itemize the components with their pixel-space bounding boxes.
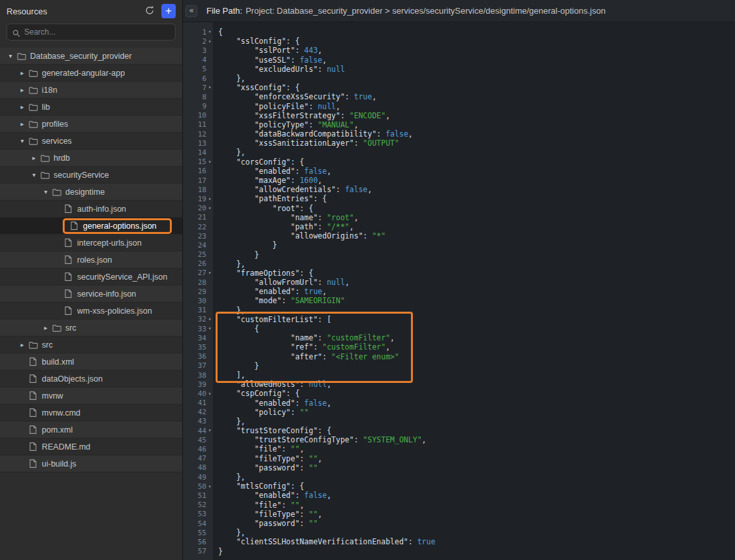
fold-toggle-icon[interactable]: ▾ bbox=[206, 39, 213, 44]
code-line[interactable]: "trustStoreConfigType": "SYSTEM_ONLY", bbox=[218, 435, 735, 444]
code-line[interactable]: "trustStoreConfig": { bbox=[218, 426, 735, 435]
code-line[interactable]: "policy": "" bbox=[218, 408, 735, 417]
code-line[interactable]: "file": "", bbox=[218, 501, 735, 510]
code-line[interactable]: }, bbox=[218, 148, 735, 157]
tree-folder-src[interactable]: ▸src bbox=[0, 320, 182, 337]
fold-toggle-icon[interactable]: ▾ bbox=[206, 391, 213, 397]
code-line[interactable]: "root": { bbox=[218, 204, 735, 213]
code-line[interactable]: "pathEntries": { bbox=[218, 194, 735, 203]
chevron-down-icon[interactable]: ▾ bbox=[41, 188, 51, 195]
chevron-right-icon[interactable]: ▸ bbox=[17, 69, 27, 76]
tree-folder-hrdb[interactable]: ▸hrdb bbox=[0, 150, 182, 167]
code-line[interactable]: "fileType": "", bbox=[218, 454, 735, 463]
fold-toggle-icon[interactable]: ▾ bbox=[206, 484, 213, 489]
code-line[interactable]: "useSSL": false, bbox=[218, 56, 735, 65]
tree-file-securityService_API.json[interactable]: securityService_API.json bbox=[0, 269, 182, 286]
code-line[interactable]: } bbox=[218, 361, 735, 371]
code-line[interactable]: "clientSSLHostNameVerificationEnabled": … bbox=[218, 537, 735, 546]
tree-file-general-options.json[interactable]: general-options.json bbox=[0, 218, 182, 235]
fold-toggle-icon[interactable]: ▾ bbox=[206, 317, 213, 322]
code-line[interactable]: "after": "<Filter enum>" bbox=[218, 352, 735, 361]
fold-toggle-icon[interactable]: ▾ bbox=[206, 85, 213, 90]
code-line[interactable]: "allowFromUrl": null, bbox=[218, 278, 735, 287]
chevron-right-icon[interactable]: ▸ bbox=[17, 120, 27, 127]
chevron-right-icon[interactable]: ▸ bbox=[17, 103, 27, 110]
code-line[interactable]: }, bbox=[218, 528, 735, 537]
code-line[interactable]: ], bbox=[218, 371, 735, 380]
code-line[interactable]: "xssSanitizationLayer": "OUTPUT" bbox=[218, 139, 735, 148]
fold-toggle-icon[interactable]: ▾ bbox=[206, 206, 213, 211]
refresh-button[interactable] bbox=[143, 5, 156, 18]
code-line[interactable]: "mtlsConfig": { bbox=[218, 482, 735, 491]
code-line[interactable]: "fileType": "", bbox=[218, 510, 735, 519]
fold-toggle-icon[interactable]: ▾ bbox=[206, 428, 213, 433]
code-line[interactable]: }, bbox=[218, 259, 735, 269]
tree-file-intercept-urls.json[interactable]: intercept-urls.json bbox=[0, 235, 182, 252]
code-line[interactable]: }, bbox=[218, 472, 735, 482]
code-line[interactable]: "enabled": false, bbox=[218, 167, 735, 176]
code-line[interactable]: "allowCredentials": false, bbox=[218, 185, 735, 194]
code-line[interactable]: "password": "" bbox=[218, 463, 735, 472]
tree-folder-Database_security_provider[interactable]: ▾Database_security_provider bbox=[0, 48, 182, 65]
code-line[interactable]: { bbox=[218, 27, 735, 37]
tree-folder-i18n[interactable]: ▸i18n bbox=[0, 82, 182, 99]
tree-file-auth-info.json[interactable]: auth-info.json bbox=[0, 201, 182, 218]
chevron-right-icon[interactable]: ▸ bbox=[17, 86, 27, 93]
code-line[interactable]: "sslConfig": { bbox=[218, 37, 735, 46]
fold-toggle-icon[interactable]: ▾ bbox=[206, 29, 213, 35]
chevron-down-icon[interactable]: ▾ bbox=[29, 171, 39, 178]
tree-file-roles.json[interactable]: roles.json bbox=[0, 252, 182, 269]
tree-folder-profiles[interactable]: ▸profiles bbox=[0, 116, 182, 133]
code-line[interactable]: "name": "root", bbox=[218, 213, 735, 222]
fold-toggle-icon[interactable]: ▾ bbox=[206, 197, 213, 202]
code-editor[interactable]: 1▾2▾34567▾89101112131415▾16171819▾20▾212… bbox=[183, 22, 735, 560]
tree-folder-designtime[interactable]: ▾designtime bbox=[0, 184, 182, 201]
tree-file-mvnw[interactable]: mvnw bbox=[0, 387, 182, 404]
tree-file-ui-build.js[interactable]: ui-build.js bbox=[0, 455, 182, 472]
tree-folder-services[interactable]: ▾services bbox=[0, 133, 182, 150]
tree-file-wm-xss-policies.json[interactable]: wm-xss-policies.json bbox=[0, 303, 182, 320]
code-line[interactable]: "customFilterList": [ bbox=[218, 315, 735, 324]
code-line[interactable]: } bbox=[218, 547, 735, 556]
code-line[interactable]: "xssFilterStrategy": "ENCODE", bbox=[218, 111, 735, 120]
code-line[interactable]: "allowedHosts": null, bbox=[218, 380, 735, 389]
tree-file-build.xml[interactable]: build.xml bbox=[0, 354, 182, 371]
tree-folder-lib[interactable]: ▸lib bbox=[0, 99, 182, 116]
code-line[interactable]: "name": "customFilter", bbox=[218, 333, 735, 342]
chevron-right-icon[interactable]: ▸ bbox=[29, 154, 39, 161]
code-line[interactable]: "xssConfig": { bbox=[218, 83, 735, 92]
chevron-down-icon[interactable]: ▾ bbox=[17, 137, 27, 144]
code-line[interactable]: "enabled": false, bbox=[218, 399, 735, 408]
fold-toggle-icon[interactable]: ▾ bbox=[206, 271, 213, 276]
fold-toggle-icon[interactable]: ▾ bbox=[206, 326, 213, 331]
collapse-sidebar-button[interactable]: « bbox=[186, 5, 197, 17]
code-line[interactable]: }, bbox=[218, 74, 735, 83]
editor-code[interactable]: { "sslConfig": { "sslPort": 443, "useSSL… bbox=[213, 22, 735, 560]
code-line[interactable]: } bbox=[218, 250, 735, 259]
code-line[interactable]: "mode": "SAMEORIGIN" bbox=[218, 296, 735, 305]
tree-file-service-info.json[interactable]: service-info.json bbox=[0, 286, 182, 303]
tree-folder-securityService[interactable]: ▾securityService bbox=[0, 167, 182, 184]
code-line[interactable]: "ref": "customFilter", bbox=[218, 342, 735, 352]
tree-folder-src[interactable]: ▸src bbox=[0, 337, 182, 354]
fold-toggle-icon[interactable]: ▾ bbox=[206, 159, 213, 165]
code-line[interactable]: "corsConfig": { bbox=[218, 157, 735, 167]
code-line[interactable]: "maxAge": 1600, bbox=[218, 176, 735, 185]
chevron-right-icon[interactable]: ▸ bbox=[41, 324, 51, 331]
chevron-right-icon[interactable]: ▸ bbox=[17, 341, 27, 348]
tree-file-README.md[interactable]: README.md bbox=[0, 438, 182, 455]
code-line[interactable]: "sslPort": 443, bbox=[218, 46, 735, 55]
chevron-down-icon[interactable]: ▾ bbox=[5, 52, 16, 59]
code-line[interactable]: "policyType": "MANUAL", bbox=[218, 120, 735, 129]
add-resource-button[interactable]: + bbox=[161, 4, 176, 18]
code-line[interactable]: "path": "/**", bbox=[218, 222, 735, 231]
search-input[interactable] bbox=[7, 24, 176, 41]
code-line[interactable]: "allowedOrigins": "*" bbox=[218, 231, 735, 240]
code-line[interactable]: "enforceXssSecurity": true, bbox=[218, 92, 735, 101]
tree-file-mvnw.cmd[interactable]: mvnw.cmd bbox=[0, 404, 182, 421]
code-line[interactable]: "excludedUrls": null bbox=[218, 65, 735, 74]
code-line[interactable]: "password": "" bbox=[218, 519, 735, 528]
code-line[interactable]: }, bbox=[218, 306, 735, 315]
code-line[interactable]: "dataBackwardCompatibility": false, bbox=[218, 129, 735, 139]
code-line[interactable]: "policyFile": null, bbox=[218, 102, 735, 111]
